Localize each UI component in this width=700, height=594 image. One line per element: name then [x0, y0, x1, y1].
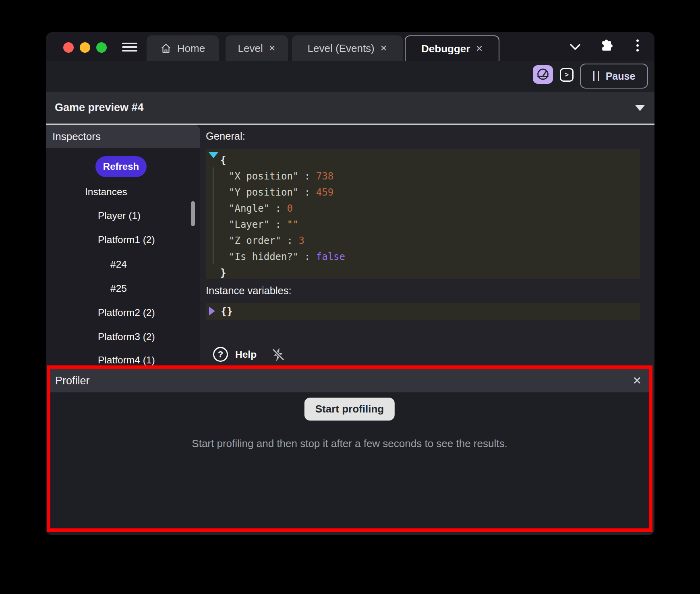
preview-dropdown-chevron-icon[interactable] [635, 105, 645, 111]
json-line: "Is hidden?" : false [206, 249, 640, 265]
tab-label: Level [238, 42, 263, 55]
json-line: "Layer" : "" [206, 217, 640, 233]
inspectors-title: Inspectors [52, 125, 101, 148]
help-button[interactable]: ? Help [213, 347, 257, 362]
tab-debugger[interactable]: Debugger ✕ [405, 35, 499, 61]
refresh-button[interactable]: Refresh [95, 156, 147, 177]
sidebar-scrollbar-thumb[interactable] [191, 201, 195, 226]
console-icon[interactable]: > [560, 68, 574, 82]
instance-variables-view: {} [206, 303, 640, 320]
json-value: 3 [298, 235, 304, 246]
pause-button[interactable]: Pause [580, 64, 648, 89]
json-value: 738 [316, 171, 333, 182]
inspectors-header: Inspectors [46, 125, 200, 148]
tree-item-instances[interactable]: Instances [46, 185, 195, 199]
hamburger-menu-icon[interactable] [122, 43, 137, 52]
home-icon [160, 43, 172, 54]
json-value: 0 [287, 203, 293, 214]
json-line: "Angle" : 0 [206, 200, 640, 217]
game-preview-row[interactable]: Game preview #4 [46, 92, 654, 124]
tree-item-24[interactable]: #24 [46, 258, 195, 271]
close-icon[interactable]: ✕ [632, 369, 642, 392]
tree-item-platform4[interactable]: Platform4 (1) [46, 353, 195, 367]
close-icon[interactable]: ✕ [476, 44, 483, 54]
tab-level-events[interactable]: Level (Events) ✕ [292, 35, 403, 61]
instance-variables-label: Instance variables: [206, 285, 292, 297]
traffic-light-minimize-icon[interactable] [80, 42, 90, 53]
variables-value: {} [221, 303, 233, 320]
chevron-down-icon[interactable] [570, 43, 581, 51]
tree-item-25[interactable]: #25 [46, 282, 195, 295]
general-json-view: { "X position" : 738 "Y position" : 459 … [206, 149, 640, 279]
close-icon[interactable]: ✕ [269, 43, 276, 53]
start-profiling-button[interactable]: Start profiling [304, 398, 395, 421]
tab-label: Home [177, 42, 205, 55]
tree-item-platform3[interactable]: Platform3 (2) [46, 330, 195, 344]
json-close-brace: } [206, 265, 640, 281]
pause-label: Pause [606, 70, 636, 82]
profiler-title: Profiler [55, 369, 90, 392]
expand-triangle-icon[interactable] [209, 307, 215, 316]
extensions-puzzle-icon[interactable] [599, 38, 614, 53]
game-preview-title: Game preview #4 [55, 92, 144, 124]
traffic-light-close-icon[interactable] [63, 42, 74, 53]
tab-bar: Home Level ✕ Level (Events) ✕ Debugger ✕ [46, 32, 654, 61]
tab-level[interactable]: Level ✕ [226, 35, 288, 61]
tab-home[interactable]: Home [147, 35, 219, 61]
tree-item-player[interactable]: Player (1) [46, 209, 195, 223]
json-value: "" [287, 219, 299, 230]
kebab-menu-icon[interactable] [636, 39, 639, 54]
general-section-label: General: [206, 130, 245, 142]
help-icon: ? [213, 347, 228, 362]
profiler-gauge-icon[interactable] [533, 65, 553, 84]
debugger-toolbar: > Pause [46, 61, 654, 92]
json-value: false [316, 251, 345, 262]
close-icon[interactable]: ✕ [380, 43, 387, 53]
json-line: "Y position" : 459 [206, 184, 640, 200]
tab-label: Level (Events) [308, 42, 375, 55]
app-window: Home Level ✕ Level (Events) ✕ Debugger ✕ [46, 32, 654, 535]
profiler-message: Start profiling and then stop it after a… [50, 437, 649, 450]
json-open-brace: { [206, 152, 640, 168]
json-line: "Z order" : 3 [206, 233, 640, 249]
flash-off-icon[interactable] [270, 346, 287, 363]
profiler-panel: Profiler ✕ Start profiling Start profili… [47, 365, 652, 532]
help-label: Help [235, 349, 257, 360]
profiler-header: Profiler ✕ [50, 369, 649, 392]
traffic-light-zoom-icon[interactable] [96, 42, 107, 53]
tree-item-platform2[interactable]: Platform2 (2) [46, 306, 195, 320]
tab-label: Debugger [421, 43, 470, 55]
tree-item-platform1[interactable]: Platform1 (2) [46, 233, 195, 247]
pause-icon [593, 71, 599, 81]
json-value: 459 [316, 187, 333, 198]
json-line: "X position" : 738 [206, 168, 640, 184]
